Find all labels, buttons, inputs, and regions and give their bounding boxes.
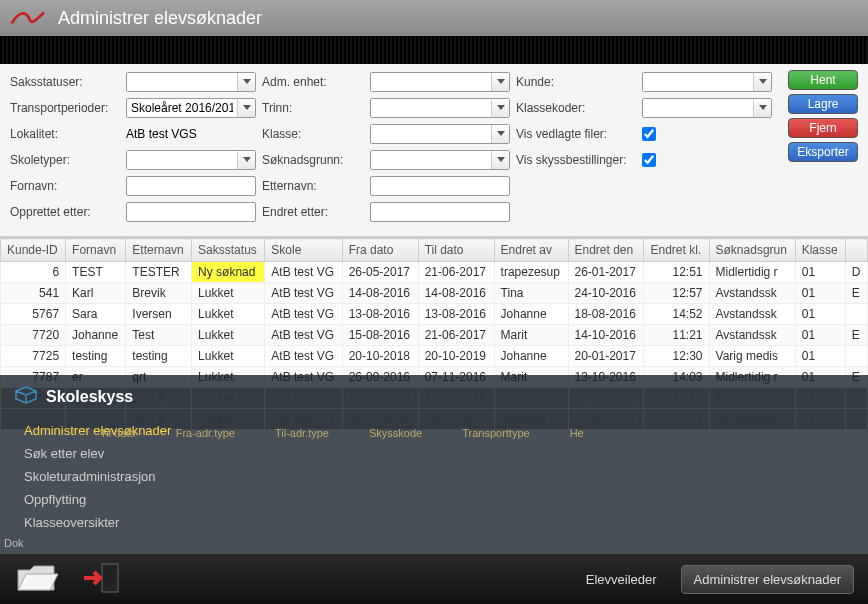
col-header[interactable]: Skole: [265, 239, 342, 262]
cell: 14:52: [644, 304, 709, 325]
cell: 01: [795, 346, 845, 367]
skoletyper-input[interactable]: [127, 151, 237, 169]
kunde-combo[interactable]: [642, 72, 772, 92]
overlay-item[interactable]: Søk etter elev: [24, 442, 868, 465]
cell: testing: [126, 346, 192, 367]
chevron-down-icon[interactable]: [491, 125, 509, 143]
klasse-input[interactable]: [371, 125, 491, 143]
cell: TESTER: [126, 262, 192, 283]
cell: 12:51: [644, 262, 709, 283]
cell: 20-10-2019: [418, 346, 494, 367]
admin-button[interactable]: Administrer elevsøknader: [681, 565, 854, 594]
saksstatuser-input[interactable]: [127, 73, 237, 91]
col-header[interactable]: Endret av: [494, 239, 568, 262]
soknadsgrunn-combo[interactable]: [370, 150, 510, 170]
endret-etter-label: Endret etter:: [262, 205, 364, 219]
klassekoder-label: Klassekoder:: [516, 101, 636, 115]
fornavn-label: Fornavn:: [10, 179, 120, 193]
trinn-input[interactable]: [371, 99, 491, 117]
cell: Avstandssk: [709, 325, 795, 346]
table-row[interactable]: 5767SaraIversenLukketAtB test VG13-08-20…: [1, 304, 868, 325]
elevveileder-button[interactable]: Elevveileder: [586, 572, 657, 587]
chevron-down-icon[interactable]: [753, 73, 771, 91]
vis-vedlagte-checkbox[interactable]: [642, 127, 656, 141]
etternavn-input[interactable]: [370, 176, 510, 196]
transportperioder-combo[interactable]: [126, 98, 256, 118]
overlay-item[interactable]: Oppflytting: [24, 488, 868, 511]
fornavn-input[interactable]: [126, 176, 256, 196]
adm-enhet-combo[interactable]: [370, 72, 510, 92]
table-row[interactable]: 6TESTTESTERNy søknadAtB test VG26-05-201…: [1, 262, 868, 283]
chevron-down-icon[interactable]: [491, 151, 509, 169]
opprettet-etter-label: Opprettet etter:: [10, 205, 120, 219]
exit-icon[interactable]: [82, 560, 126, 599]
chevron-down-icon[interactable]: [753, 99, 771, 117]
cell: 6: [1, 262, 66, 283]
adm-enhet-label: Adm. enhet:: [262, 75, 364, 89]
chevron-down-icon[interactable]: [491, 73, 509, 91]
kunde-input[interactable]: [643, 73, 753, 91]
cell: 12:57: [644, 283, 709, 304]
cell: E: [845, 283, 867, 304]
col-header[interactable]: Saksstatus: [192, 239, 265, 262]
cell: Brevik: [126, 283, 192, 304]
opprettet-etter-input[interactable]: [126, 202, 256, 222]
chevron-down-icon[interactable]: [237, 151, 255, 169]
transportperioder-input[interactable]: [127, 99, 237, 117]
saksstatuser-combo[interactable]: [126, 72, 256, 92]
cell: 01: [795, 283, 845, 304]
chevron-down-icon[interactable]: [491, 99, 509, 117]
table-row[interactable]: 541KarlBrevikLukketAtB test VG14-08-2016…: [1, 283, 868, 304]
cell: 21-06-2017: [418, 325, 494, 346]
vis-skyss-checkbox[interactable]: [642, 153, 656, 167]
cell: 13-08-2016: [418, 304, 494, 325]
col-header[interactable]: Til dato: [418, 239, 494, 262]
col-header[interactable]: Endret kl.: [644, 239, 709, 262]
cell: 13-08-2016: [342, 304, 418, 325]
cell: AtB test VG: [265, 325, 342, 346]
col-header[interactable]: Etternavn: [126, 239, 192, 262]
lagre-button[interactable]: Lagre: [788, 94, 858, 114]
endret-etter-input[interactable]: [370, 202, 510, 222]
overlay-item[interactable]: Skoleturadministrasjon: [24, 465, 868, 488]
hent-button[interactable]: Hent: [788, 70, 858, 90]
lokalitet-value: AtB test VGS: [126, 127, 256, 141]
dok-label: Dok: [4, 537, 24, 549]
soknadsgrunn-label: Søknadsgrunn:: [262, 153, 364, 167]
col-header[interactable]: Søknadsgrun: [709, 239, 795, 262]
cell: Avstandssk: [709, 304, 795, 325]
chevron-down-icon[interactable]: [237, 73, 255, 91]
cell: 14-10-2016: [568, 325, 644, 346]
soknadsgrunn-input[interactable]: [371, 151, 491, 169]
col-header[interactable]: Fornavn: [66, 239, 126, 262]
cell: 01: [795, 325, 845, 346]
klasse-combo[interactable]: [370, 124, 510, 144]
cell: AtB test VG: [265, 262, 342, 283]
klassekoder-input[interactable]: [643, 99, 753, 117]
col-header[interactable]: Fra dato: [342, 239, 418, 262]
trinn-combo[interactable]: [370, 98, 510, 118]
table-row[interactable]: 7720JohanneTestLukketAtB test VG15-08-20…: [1, 325, 868, 346]
eksporter-button[interactable]: Eksporter: [788, 142, 858, 162]
col-header[interactable]: Klasse: [795, 239, 845, 262]
cell: Johanne: [494, 346, 568, 367]
cell: 15-08-2016: [342, 325, 418, 346]
adm-enhet-input[interactable]: [371, 73, 491, 91]
skoletyper-combo[interactable]: [126, 150, 256, 170]
cell: [845, 304, 867, 325]
chevron-down-icon[interactable]: [237, 99, 255, 117]
cell: 24-10-2016: [568, 283, 644, 304]
col-header[interactable]: Kunde-ID: [1, 239, 66, 262]
col-header[interactable]: [845, 239, 867, 262]
cell: Johanne: [66, 325, 126, 346]
klassekoder-combo[interactable]: [642, 98, 772, 118]
col-header[interactable]: Endret den: [568, 239, 644, 262]
cell: Lukket: [192, 346, 265, 367]
app-header: Administrer elevsøknader: [0, 0, 868, 36]
fjern-button[interactable]: Fjern: [788, 118, 858, 138]
vis-vedlagte-label: Vis vedlagte filer:: [516, 127, 636, 141]
overlay-item[interactable]: Klasseoversikter: [24, 511, 868, 534]
folder-icon[interactable]: [14, 560, 58, 599]
cell: 18-08-2016: [568, 304, 644, 325]
table-row[interactable]: 7725testingtestingLukketAtB test VG20-10…: [1, 346, 868, 367]
